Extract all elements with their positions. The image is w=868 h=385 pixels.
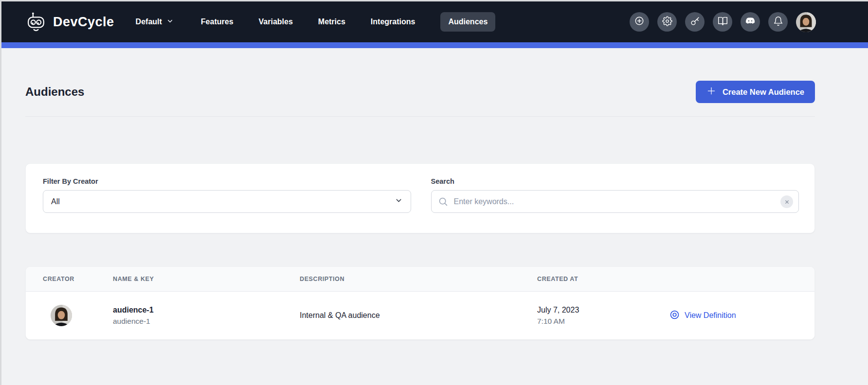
main-content: Audiences Create New Audience Filter By … — [1, 48, 868, 340]
header-divider — [25, 116, 815, 117]
chevron-down-icon — [395, 196, 403, 207]
view-definition-label: View Definition — [685, 311, 736, 320]
book-open-icon — [718, 16, 728, 28]
api-keys-button[interactable] — [685, 12, 705, 32]
accent-bar — [1, 42, 868, 48]
column-header-created-at: CREATED AT — [537, 276, 669, 282]
creator-filter-label: Filter By Creator — [43, 177, 411, 185]
main-nav: Features Variables Metrics Integrations … — [201, 12, 496, 32]
navbar-icon-buttons — [630, 12, 816, 32]
plus-circle-icon — [634, 16, 645, 28]
user-avatar[interactable] — [796, 12, 816, 32]
notifications-button[interactable] — [768, 12, 788, 32]
project-selector-label: Default — [136, 18, 162, 26]
settings-button[interactable] — [657, 12, 677, 32]
audience-name: audience-1 — [113, 306, 300, 315]
creator-filter-select[interactable]: All — [43, 190, 411, 213]
view-definition-link[interactable]: View Definition — [669, 309, 814, 322]
docs-button[interactable] — [713, 12, 732, 32]
column-header-creator: CREATOR — [43, 276, 113, 282]
filter-card: Filter By Creator All Search — [25, 163, 815, 233]
bell-icon — [773, 16, 783, 28]
gear-icon — [662, 16, 672, 28]
search-label: Search — [431, 177, 799, 185]
app-window: DevCycle Default Features Variables Metr… — [0, 0, 868, 385]
nav-item-audiences[interactable]: Audiences — [440, 12, 495, 32]
actions-cell: View Definition — [669, 309, 814, 322]
name-key-cell: audience-1 audience-1 — [113, 306, 300, 326]
nav-item-features[interactable]: Features — [201, 12, 234, 32]
creator-filter-value: All — [51, 197, 60, 206]
audience-key: audience-1 — [113, 317, 300, 326]
creator-filter-group: Filter By Creator All — [43, 177, 411, 233]
discord-button[interactable] — [741, 12, 760, 32]
creator-avatar — [51, 305, 72, 326]
nav-item-integrations[interactable]: Integrations — [371, 12, 416, 32]
creator-cell — [43, 305, 113, 326]
table-row: audience-1 audience-1 Internal & QA audi… — [26, 292, 814, 339]
top-navbar: DevCycle Default Features Variables Metr… — [1, 1, 868, 42]
add-button[interactable] — [630, 12, 649, 32]
chevron-down-icon — [166, 18, 174, 27]
page-title: Audiences — [25, 85, 84, 99]
brand-logo[interactable]: DevCycle — [25, 11, 114, 33]
discord-icon — [745, 16, 756, 28]
created-date: July 7, 2023 — [537, 306, 669, 315]
audiences-table: CREATOR NAME & KEY DESCRIPTION CREATED A… — [25, 266, 815, 340]
column-header-name-key: NAME & KEY — [113, 276, 300, 282]
table-header-row: CREATOR NAME & KEY DESCRIPTION CREATED A… — [26, 267, 814, 292]
search-input[interactable] — [431, 190, 799, 213]
page-header: Audiences Create New Audience — [25, 48, 815, 103]
column-header-description: DESCRIPTION — [300, 276, 537, 282]
project-selector-dropdown[interactable]: Default — [136, 18, 174, 27]
create-new-audience-label: Create New Audience — [723, 88, 804, 97]
key-icon — [690, 16, 700, 28]
clear-search-button[interactable] — [780, 195, 793, 208]
brand-name: DevCycle — [53, 15, 114, 30]
plus-icon — [706, 86, 716, 98]
created-at-cell: July 7, 2023 7:10 AM — [537, 306, 669, 326]
nav-item-metrics[interactable]: Metrics — [318, 12, 345, 32]
nav-item-variables[interactable]: Variables — [259, 12, 293, 32]
create-new-audience-button[interactable]: Create New Audience — [696, 81, 815, 103]
eye-icon — [669, 309, 680, 322]
created-time: 7:10 AM — [537, 317, 669, 326]
description-cell: Internal & QA audience — [300, 311, 537, 320]
devcycle-robot-icon — [25, 11, 47, 33]
search-group: Search — [431, 177, 799, 233]
